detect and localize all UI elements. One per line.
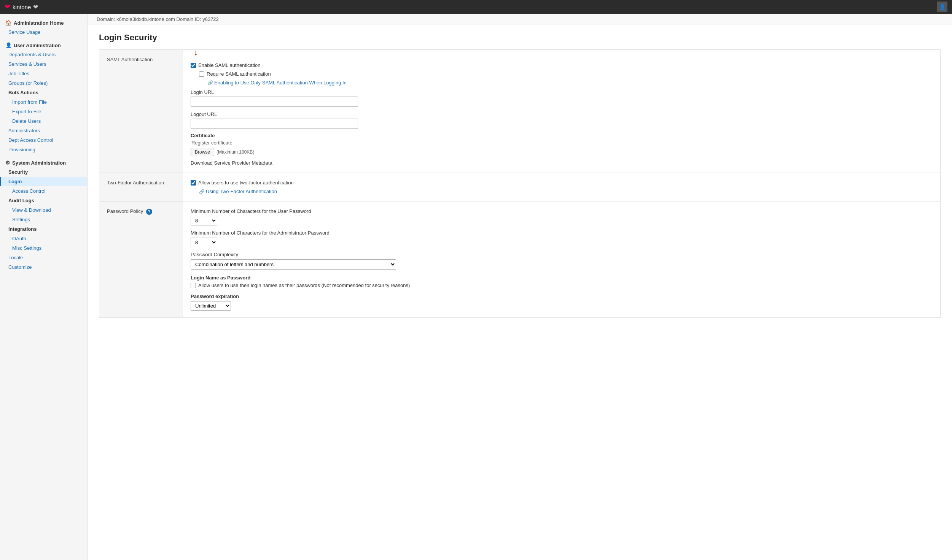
- link-icon: 🔗: [207, 80, 213, 86]
- brand-name: kintone: [13, 4, 31, 10]
- complexity-select[interactable]: No restrictions Combination of letters a…: [191, 259, 396, 270]
- saml-sub-options: Require SAML authentication 🔗Enabling to…: [199, 71, 933, 86]
- sidebar-item-import-from-file[interactable]: Import from File: [0, 97, 87, 107]
- saml-label-cell: SAML Authentication: [99, 50, 183, 173]
- sidebar-item-access-control[interactable]: Access Control: [0, 186, 87, 196]
- system-administration-heading: ⚙ System Administration: [0, 157, 87, 167]
- saml-section-label: SAML Authentication: [107, 57, 153, 62]
- sidebar-item-job-titles[interactable]: Job Titles: [0, 69, 87, 78]
- two-factor-help-link[interactable]: 🔗Using Two-Factor Authentication: [199, 189, 277, 194]
- require-saml-label: Require SAML authentication: [207, 71, 271, 77]
- main-content: Domain: k6mola3ldxdb.kintone.com Domain …: [88, 14, 952, 560]
- sidebar-item-provisioning[interactable]: Provisioning: [0, 145, 87, 154]
- password-policy-row: Password Policy ? Minimum Number of Char…: [99, 201, 941, 318]
- sidebar-item-view-download[interactable]: View & Download: [0, 205, 87, 215]
- sidebar: 🏠 Administration Home Service Usage 👤 Us…: [0, 14, 88, 560]
- saml-help-link[interactable]: 🔗Enabling to Use Only SAML Authenticatio…: [207, 80, 347, 86]
- register-cert-label: Register certificate: [191, 140, 933, 146]
- home-icon: 🏠: [5, 20, 12, 26]
- settings-table: SAML Authentication ↓ Enable SAML authen…: [99, 49, 941, 318]
- sidebar-item-oauth[interactable]: OAuth: [0, 234, 87, 243]
- allow-two-factor-checkbox[interactable]: [191, 180, 196, 186]
- two-factor-label-cell: Two-Factor Authentication: [99, 173, 183, 201]
- max-size-label: (Maximum 100KB): [217, 149, 254, 155]
- user-administration-heading: 👤 User Administration: [0, 39, 87, 50]
- expiration-label: Password expiration: [191, 293, 933, 299]
- sidebar-item-locale[interactable]: Locale: [0, 253, 87, 262]
- password-policy-value-cell: Minimum Number of Characters for the Use…: [183, 201, 941, 318]
- two-factor-row: Two-Factor Authentication Allow users to…: [99, 173, 941, 201]
- sidebar-item-delete-users[interactable]: Delete Users: [0, 116, 87, 126]
- saml-row: SAML Authentication ↓ Enable SAML authen…: [99, 50, 941, 173]
- complexity-label: Password Complexity: [191, 252, 933, 257]
- password-policy-section-label: Password Policy: [107, 208, 143, 214]
- bulk-actions-label: Bulk Actions: [0, 88, 87, 97]
- brand-logo-icon: ❤: [5, 3, 10, 11]
- sidebar-item-service-usage[interactable]: Service Usage: [0, 27, 87, 37]
- sidebar-item-customize[interactable]: Customize: [0, 262, 87, 272]
- user-icon: 👤: [939, 4, 946, 10]
- sidebar-item-departments-users[interactable]: Departments & Users: [0, 50, 87, 59]
- domain-info: Domain: k6mola3ldxdb.kintone.com Domain …: [97, 16, 219, 22]
- domain-bar: Domain: k6mola3ldxdb.kintone.com Domain …: [88, 14, 952, 25]
- sidebar-item-misc-settings[interactable]: Misc Settings: [0, 243, 87, 253]
- allow-two-factor-label: Allow users to use two-factor authentica…: [198, 180, 294, 186]
- sidebar-item-groups-roles[interactable]: Groups (or Roles): [0, 78, 87, 88]
- min-user-chars-label: Minimum Number of Characters for the Use…: [191, 208, 933, 214]
- topbar: ❤ kintone ❤ 👤: [0, 0, 952, 14]
- link-icon-2: 🔗: [199, 189, 205, 194]
- audit-logs-label: Audit Logs: [0, 196, 87, 205]
- enable-saml-checkbox[interactable]: [191, 63, 196, 68]
- user-menu-button[interactable]: 👤: [937, 2, 947, 12]
- login-url-input[interactable]: [191, 97, 358, 107]
- system-admin-icon: ⚙: [5, 160, 10, 166]
- enable-saml-row: Enable SAML authentication: [191, 62, 933, 68]
- password-policy-help-icon[interactable]: ?: [146, 209, 152, 215]
- login-name-password-row: Allow users to use their login names as …: [191, 282, 933, 288]
- sidebar-item-settings[interactable]: Settings: [0, 215, 87, 224]
- sidebar-item-export-to-file[interactable]: Export to File: [0, 107, 87, 116]
- logout-url-input[interactable]: [191, 119, 358, 129]
- certificate-label: Certificate: [191, 133, 933, 138]
- sidebar-item-dept-access-control[interactable]: Dept Access Control: [0, 135, 87, 145]
- admin-home-link[interactable]: 🏠 Administration Home: [0, 17, 87, 27]
- login-name-password-label: Login Name as Password: [191, 275, 933, 281]
- security-label: Security: [0, 167, 87, 177]
- two-factor-value-cell: Allow users to use two-factor authentica…: [183, 173, 941, 201]
- red-arrow-indicator: ↓: [194, 48, 198, 57]
- two-factor-section-label: Two-Factor Authentication: [107, 180, 164, 186]
- require-saml-checkbox[interactable]: [199, 71, 204, 77]
- expiration-select[interactable]: Unlimited 30 days 60 days 90 days: [191, 301, 231, 311]
- integrations-label: Integrations: [0, 224, 87, 234]
- download-metadata-link[interactable]: Download Service Provider Metadata: [191, 160, 933, 166]
- login-url-label: Login URL: [191, 89, 933, 95]
- login-name-password-checkbox-label: Allow users to use their login names as …: [198, 282, 410, 288]
- require-saml-row: Require SAML authentication: [199, 71, 933, 77]
- min-admin-chars-select[interactable]: 8 6 10 12: [191, 238, 217, 247]
- logout-url-label: Logout URL: [191, 111, 933, 117]
- browse-button[interactable]: Browse: [191, 148, 214, 156]
- login-name-password-checkbox[interactable]: [191, 283, 196, 288]
- brand: ❤ kintone ❤: [5, 3, 38, 11]
- user-admin-icon: 👤: [5, 42, 12, 48]
- min-user-chars-select[interactable]: 8 6 10 12: [191, 216, 217, 225]
- saml-value-cell: ↓ Enable SAML authentication Require SAM…: [183, 50, 941, 173]
- certificate-section: Certificate Register certificate Browse …: [191, 133, 933, 166]
- browse-row: Browse (Maximum 100KB): [191, 148, 933, 156]
- enable-saml-label: Enable SAML authentication: [198, 62, 261, 68]
- min-admin-chars-label: Minimum Number of Characters for the Adm…: [191, 230, 933, 236]
- sidebar-item-login[interactable]: Login: [0, 177, 87, 186]
- sidebar-item-services-users[interactable]: Services & Users: [0, 59, 87, 69]
- heart-icon[interactable]: ❤: [33, 3, 38, 11]
- sidebar-item-administrators[interactable]: Administrators: [0, 126, 87, 135]
- page-title: Login Security: [99, 33, 941, 43]
- allow-two-factor-row: Allow users to use two-factor authentica…: [191, 180, 933, 186]
- password-policy-label-cell: Password Policy ?: [99, 201, 183, 318]
